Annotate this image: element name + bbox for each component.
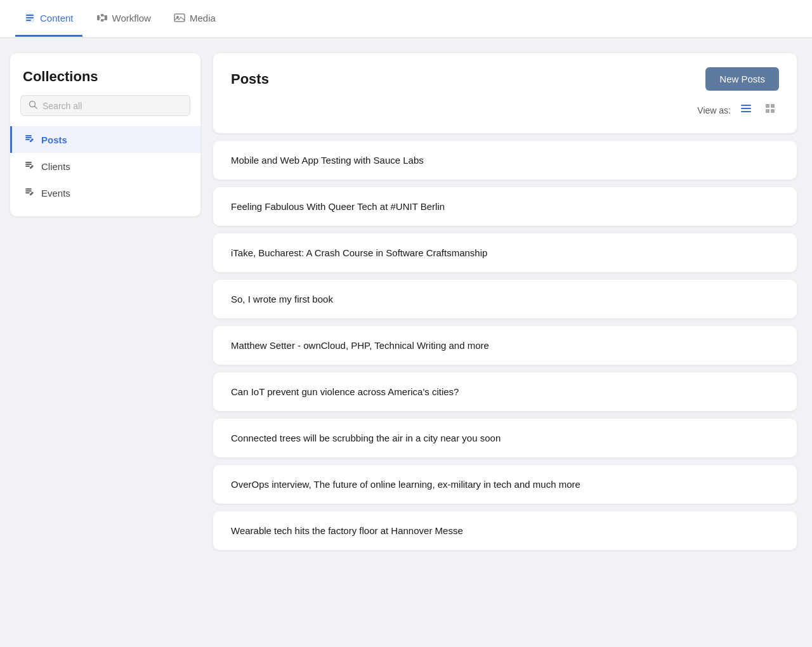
svg-rect-1 <box>97 15 100 20</box>
svg-rect-25 <box>771 104 775 108</box>
sidebar-item-events[interactable]: Events <box>10 180 200 206</box>
post-card-3[interactable]: So, I wrote my first book <box>213 280 797 318</box>
post-card-0[interactable]: Mobile and Web App Testing with Sauce La… <box>213 141 797 180</box>
post-card-5[interactable]: Can IoT prevent gun violence across Amer… <box>213 372 797 411</box>
svg-rect-4 <box>105 15 107 20</box>
svg-rect-27 <box>771 109 775 113</box>
post-title-5: Can IoT prevent gun violence across Amer… <box>231 386 459 397</box>
post-title-0: Mobile and Web App Testing with Sauce La… <box>231 155 424 166</box>
top-navigation: Content Workflow Media <box>0 0 812 38</box>
svg-rect-2 <box>101 14 103 16</box>
list-view-icon[interactable] <box>737 101 755 119</box>
svg-line-11 <box>35 107 37 109</box>
post-title-2: iTake, Bucharest: A Crash Course in Soft… <box>231 247 487 258</box>
content-icon <box>24 12 36 23</box>
view-as-row: View as: <box>231 101 779 119</box>
tab-workflow[interactable]: Workflow <box>88 1 160 37</box>
sidebar-item-clients-label: Clients <box>41 161 70 172</box>
post-title-1: Feeling Fabulous With Queer Tech at #UNI… <box>231 201 445 212</box>
tab-content[interactable]: Content <box>15 1 82 37</box>
posts-title: Posts <box>231 71 269 88</box>
search-input[interactable] <box>43 101 182 111</box>
tab-content-label: Content <box>40 13 74 23</box>
svg-line-6 <box>103 15 105 16</box>
search-icon <box>29 100 37 111</box>
post-title-3: So, I wrote my first book <box>231 294 333 304</box>
search-box[interactable] <box>20 95 190 116</box>
tab-workflow-label: Workflow <box>112 13 151 23</box>
post-card-1[interactable]: Feeling Fabulous With Queer Tech at #UNI… <box>213 187 797 226</box>
posts-icon <box>25 133 35 146</box>
sidebar-item-posts[interactable]: Posts <box>10 126 200 153</box>
post-card-6[interactable]: Connected trees will be scrubbing the ai… <box>213 419 797 457</box>
content-area: Posts New Posts View as: <box>213 53 797 632</box>
tab-media-label: Media <box>190 13 216 23</box>
main-layout: Collections Posts <box>0 38 812 647</box>
view-as-label: View as: <box>697 105 731 115</box>
svg-rect-26 <box>766 109 769 113</box>
events-icon <box>25 186 35 199</box>
post-title-6: Connected trees will be scrubbing the ai… <box>231 433 501 443</box>
grid-view-icon[interactable] <box>761 101 779 119</box>
collections-title: Collections <box>10 69 200 95</box>
post-title-4: Matthew Setter - ownCloud, PHP, Technica… <box>231 340 489 351</box>
tab-media[interactable]: Media <box>165 1 225 37</box>
new-posts-button[interactable]: New Posts <box>705 67 779 91</box>
sidebar: Collections Posts <box>10 53 200 216</box>
post-card-8[interactable]: Wearable tech hits the factory floor at … <box>213 511 797 550</box>
workflow-icon <box>96 12 108 23</box>
sidebar-item-clients[interactable]: Clients <box>10 153 200 180</box>
post-card-7[interactable]: OverOps interview, The future of online … <box>213 465 797 504</box>
svg-line-7 <box>103 19 105 20</box>
sidebar-item-posts-label: Posts <box>41 134 67 145</box>
posts-title-row: Posts New Posts <box>231 67 779 91</box>
post-title-8: Wearable tech hits the factory floor at … <box>231 525 463 536</box>
media-icon <box>174 12 185 23</box>
svg-rect-8 <box>174 14 185 22</box>
post-card-4[interactable]: Matthew Setter - ownCloud, PHP, Technica… <box>213 326 797 365</box>
svg-rect-24 <box>766 104 769 108</box>
sidebar-item-events-label: Events <box>41 188 70 199</box>
clients-icon <box>25 160 35 173</box>
post-title-7: OverOps interview, The future of online … <box>231 479 580 490</box>
post-card-2[interactable]: iTake, Bucharest: A Crash Course in Soft… <box>213 233 797 272</box>
svg-rect-3 <box>101 19 103 22</box>
posts-header-card: Posts New Posts View as: <box>213 53 797 133</box>
